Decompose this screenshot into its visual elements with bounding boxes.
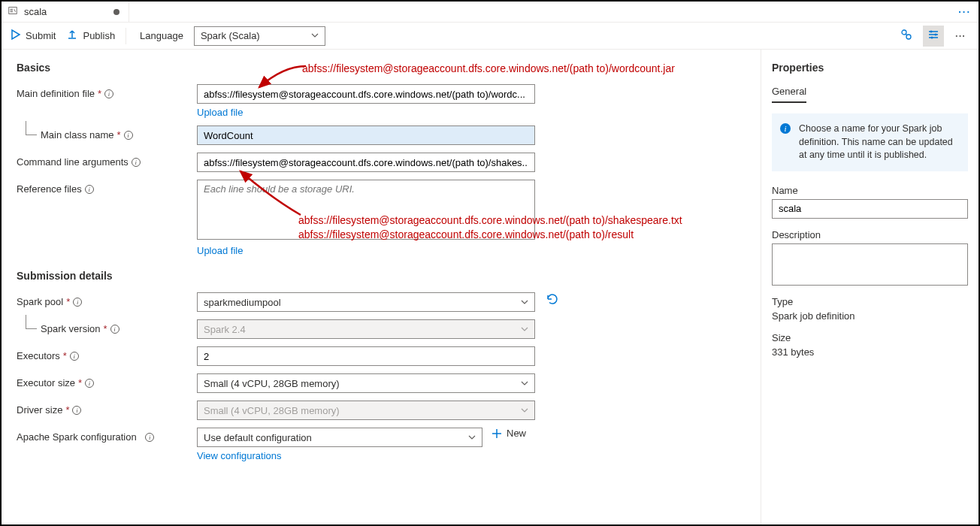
info-icon[interactable] (73, 298, 82, 307)
upload-file-link-2[interactable]: Upload file (197, 245, 243, 256)
view-configurations-link[interactable]: View configurations (197, 450, 282, 461)
info-icon[interactable] (72, 406, 81, 415)
info-icon[interactable] (85, 379, 94, 388)
info-icon[interactable] (70, 352, 79, 361)
properties-heading: Properties (772, 62, 968, 74)
unsaved-dot-icon (113, 9, 119, 15)
tab-label: scala (24, 6, 47, 17)
type-label: Type (772, 296, 968, 307)
new-config-button[interactable]: New (492, 428, 526, 439)
publish-icon (66, 29, 78, 43)
refresh-icon (546, 292, 559, 306)
executor-size-label: Executor size* (17, 373, 197, 388)
spark-pool-select[interactable]: sparkmediumpool (197, 292, 535, 312)
info-icon[interactable] (132, 158, 141, 167)
plus-icon (492, 428, 502, 439)
info-filled-icon: i (779, 122, 791, 135)
language-label: Language (140, 30, 183, 41)
svg-point-4 (935, 34, 937, 36)
driver-size-select: Small (4 vCPU, 28GB memory) (197, 401, 535, 420)
properties-panel: Properties General i Choose a name for y… (761, 50, 978, 524)
size-label: Size (772, 332, 968, 343)
description-textarea[interactable] (772, 243, 968, 286)
name-input[interactable] (772, 199, 968, 219)
chevron-down-icon (521, 379, 528, 387)
name-label: Name (772, 185, 968, 196)
spark-job-icon (8, 5, 18, 18)
tab-scala[interactable]: scala (2, 2, 129, 22)
play-icon (9, 29, 21, 43)
spark-version-select: Spark 2.4 (197, 319, 535, 339)
chevron-down-icon (521, 325, 528, 333)
executor-size-select[interactable]: Small (4 vCPU, 28GB memory) (197, 373, 535, 393)
driver-size-label: Driver size* (17, 401, 197, 416)
spark-version-label: Spark version* (17, 319, 197, 334)
info-icon[interactable] (85, 185, 94, 194)
info-icon[interactable] (124, 131, 133, 140)
tab-strip: scala ··· (2, 2, 978, 23)
chevron-down-icon (311, 30, 319, 41)
info-icon[interactable] (104, 89, 113, 98)
main-definition-label: Main definition file* (17, 84, 197, 99)
description-label: Description (772, 229, 968, 240)
submit-button[interactable]: Submit (9, 29, 56, 43)
ellipsis-icon: ··· (955, 30, 966, 41)
cli-args-input[interactable] (197, 153, 535, 172)
spark-pool-label: Spark pool* (17, 292, 197, 307)
chevron-down-icon (521, 407, 528, 414)
refresh-button[interactable] (546, 292, 559, 308)
related-button[interactable] (896, 26, 917, 47)
size-value: 331 bytes (772, 346, 968, 358)
executors-input[interactable] (197, 346, 535, 366)
info-callout: i Choose a name for your Spark job defin… (772, 113, 968, 171)
separator (126, 28, 126, 44)
spark-config-select[interactable]: Use default configuration (197, 428, 482, 447)
info-icon[interactable] (110, 325, 119, 334)
svg-text:i: i (784, 124, 786, 133)
publish-button[interactable]: Publish (66, 29, 115, 43)
reference-files-label: Reference files (17, 180, 197, 195)
main-definition-input[interactable] (197, 84, 535, 104)
svg-point-3 (930, 31, 933, 33)
executors-label: Executors* (17, 346, 197, 361)
main-class-input[interactable] (197, 125, 535, 145)
basics-heading: Basics (17, 62, 746, 74)
main-class-label: Main class name* (17, 125, 197, 141)
chevron-down-icon (468, 434, 476, 441)
main-form: Basics Main definition file* Upload file… (2, 50, 761, 524)
related-icon (900, 29, 912, 43)
language-select[interactable]: Spark (Scala) (194, 26, 325, 46)
upload-file-link[interactable]: Upload file (197, 107, 243, 118)
tab-general[interactable]: General (772, 86, 806, 103)
settings-sliders-icon (927, 29, 939, 43)
more-button[interactable]: ··· (950, 26, 971, 47)
tabstrip-more-icon[interactable]: ··· (951, 2, 978, 22)
info-icon[interactable] (145, 433, 154, 442)
submission-heading: Submission details (17, 270, 746, 282)
chevron-down-icon (521, 298, 528, 306)
cli-args-label: Command line arguments (17, 153, 197, 168)
type-value: Spark job definition (772, 310, 968, 322)
svg-point-5 (931, 37, 933, 39)
spark-config-label: Apache Spark configuration (17, 428, 197, 443)
reference-files-textarea[interactable] (197, 180, 535, 240)
toolbar: Submit Publish Language Spark (Scala) (2, 23, 978, 50)
properties-toggle-button[interactable] (923, 26, 944, 47)
